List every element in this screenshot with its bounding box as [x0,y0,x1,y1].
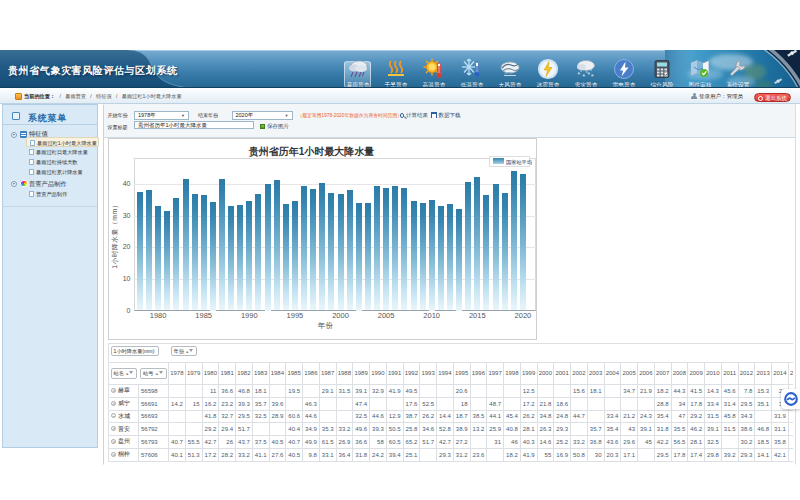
svg-text:*: * [591,73,594,80]
svg-text:*: * [586,70,588,76]
svg-text:*: * [590,68,592,74]
svg-text:*: * [580,69,582,75]
